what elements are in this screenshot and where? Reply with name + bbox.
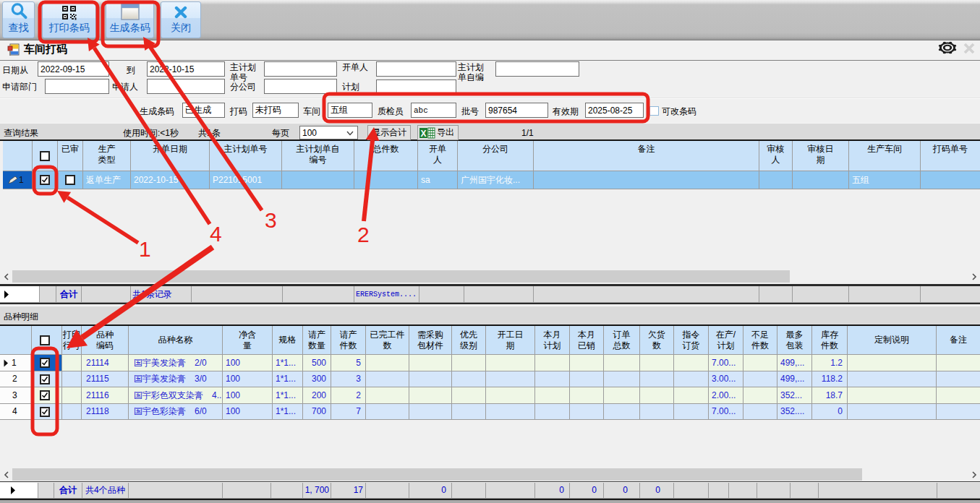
svg-text:2: 2 (357, 223, 370, 246)
svg-text:4: 4 (210, 222, 222, 246)
svg-text:1: 1 (139, 237, 151, 261)
svg-text:X: X (420, 128, 426, 138)
svg-text:3: 3 (265, 208, 277, 232)
